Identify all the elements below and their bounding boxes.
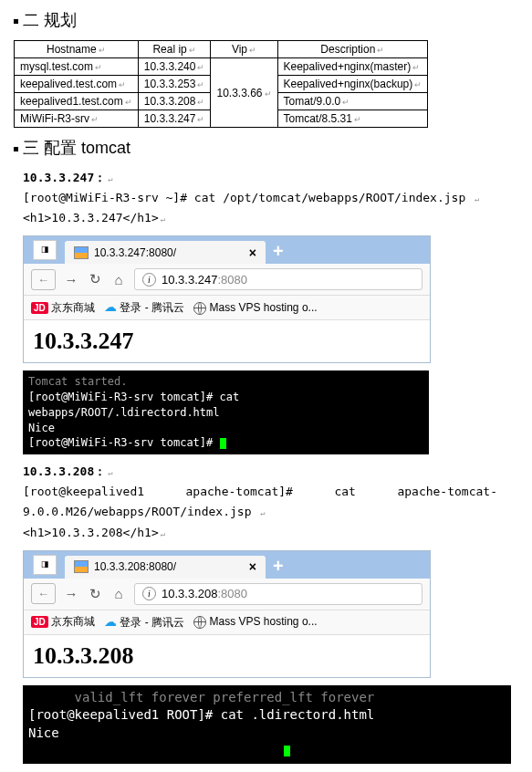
- cell-host: keepalived1.test.com↵: [15, 93, 139, 110]
- section-3-heading: 三 配置 tomcat: [14, 137, 525, 159]
- cell-real: 10.3.3.208↵: [138, 93, 211, 110]
- window-icon: ◨: [33, 555, 57, 575]
- forward-button[interactable]: →: [63, 586, 79, 601]
- url-bar[interactable]: i 10.3.3.247:8080: [134, 268, 422, 290]
- table-row: mysql.test.com↵ 10.3.3.240↵ 10.3.3.66↵ K…: [15, 58, 428, 76]
- bookmark-vps[interactable]: Mass VPS hosting o...: [193, 301, 317, 315]
- new-tab-button[interactable]: +: [266, 241, 291, 264]
- table-header-row: Hostname↵ Real ip↵ Vip↵ Description↵: [15, 41, 428, 58]
- cursor-icon: [220, 438, 226, 449]
- cell-desc: Keepalived+nginx(master)↵: [277, 58, 428, 76]
- bookmark-vps[interactable]: Mass VPS hosting o...: [193, 615, 317, 629]
- browser-208: ◨ 10.3.3.208:8080/ × + ← → ↻ ⌂ i 10.3.3.…: [23, 550, 431, 678]
- bookmark-row: JD 京东商城 ☁ 登录 - 腾讯云 Mass VPS hosting o...: [24, 296, 430, 320]
- cell-host: MiWiFi-R3-srv↵: [15, 110, 139, 128]
- close-icon[interactable]: ×: [249, 559, 256, 574]
- cell-real: 10.3.3.253↵: [138, 76, 211, 93]
- cell-desc: Tomcat/8.5.31↵: [277, 110, 428, 128]
- browser-247: ◨ 10.3.3.247:8080/ × + ← → ↻ ⌂ i 10.3.3.…: [23, 235, 431, 363]
- bookmark-jd[interactable]: JD 京东商城: [31, 614, 95, 630]
- forward-button[interactable]: →: [63, 272, 79, 287]
- bullet-icon: [14, 147, 18, 151]
- reload-button[interactable]: ↻: [87, 586, 103, 602]
- planning-table: Hostname↵ Real ip↵ Vip↵ Description↵ mys…: [14, 40, 428, 128]
- globe-icon: [193, 302, 206, 315]
- url-host: 10.3.3.208: [162, 587, 217, 600]
- ip-label-208: 10.3.3.208：: [23, 464, 106, 478]
- cell-vip: 10.3.3.66↵: [211, 58, 277, 128]
- th-desc: Description↵: [277, 41, 428, 58]
- terminal-247: Tomcat started. [root@MiWiFi-R3-srv tomc…: [23, 370, 429, 454]
- cell-real: 10.3.3.240↵: [138, 58, 211, 76]
- cell-host: mysql.test.com↵: [15, 58, 139, 76]
- th-hostname: Hostname↵: [15, 41, 139, 58]
- cmd-208-p4: apache-tomcat-: [397, 482, 497, 502]
- section-3-title: 三 配置 tomcat: [23, 139, 130, 157]
- back-button[interactable]: ←: [31, 583, 56, 604]
- url-port: :8080: [217, 587, 247, 600]
- section-2-title: 二 规划: [23, 11, 77, 29]
- cell-desc: Keepalived+nginx(backup)↵: [277, 76, 428, 93]
- url-port: :8080: [217, 273, 247, 287]
- terminal-line-dim: Tomcat started.: [28, 375, 127, 388]
- page-content-247: 10.3.3.247: [24, 320, 430, 362]
- browser-tab[interactable]: 10.3.3.208:8080/ ×: [65, 556, 266, 579]
- nav-row: ← → ↻ ⌂ i 10.3.3.208:8080: [24, 579, 430, 610]
- info-icon[interactable]: i: [142, 587, 156, 600]
- tabbar: ◨ 10.3.3.208:8080/ × +: [24, 551, 430, 579]
- planning-table-wrap: Hostname↵ Real ip↵ Vip↵ Description↵ mys…: [14, 40, 525, 128]
- cursor-icon: [284, 746, 290, 756]
- cmd-247: [root@MiWiFi-R3-srv ~]# cat /opt/tomcat/…: [23, 191, 465, 204]
- cmd-208-p3: cat: [334, 482, 355, 502]
- html-247: <h1>10.3.3.247</h1>: [23, 211, 159, 224]
- bookmark-tencent[interactable]: ☁ 登录 - 腾讯云: [104, 614, 184, 631]
- block-247-text: 10.3.3.247：↵ [root@MiWiFi-R3-srv ~]# cat…: [23, 168, 525, 228]
- favicon-icon: [74, 560, 89, 573]
- tab-title: 10.3.3.247:8080/: [94, 246, 244, 259]
- info-icon[interactable]: i: [142, 273, 156, 287]
- url-bar[interactable]: i 10.3.3.208:8080: [134, 583, 422, 605]
- home-button[interactable]: ⌂: [110, 272, 127, 287]
- globe-icon: [193, 616, 206, 629]
- terminal-208: valid_lft forever preferred_lft forever …: [23, 685, 511, 764]
- block-208-text: 10.3.3.208：↵ [root@keepalived1 apache-to…: [23, 462, 525, 542]
- cmd-208-p2: apache-tomcat]#: [186, 482, 293, 502]
- bookmark-jd[interactable]: JD 京东商城: [31, 300, 95, 316]
- window-icon: ◨: [33, 240, 57, 260]
- th-vip: Vip↵: [211, 41, 277, 58]
- favicon-icon: [74, 246, 89, 259]
- tabbar: ◨ 10.3.3.247:8080/ × +: [24, 236, 430, 264]
- cmd-208-p1: [root@keepalived1: [23, 482, 144, 502]
- tab-title: 10.3.3.208:8080/: [94, 560, 244, 573]
- page-content-208: 10.3.3.208: [24, 635, 430, 677]
- nav-row: ← → ↻ ⌂ i 10.3.3.247:8080: [24, 264, 430, 296]
- section-2-heading: 二 规划: [14, 9, 525, 31]
- url-host: 10.3.3.247: [162, 273, 217, 287]
- reload-button[interactable]: ↻: [87, 271, 103, 287]
- back-button[interactable]: ←: [31, 269, 56, 290]
- new-tab-button[interactable]: +: [266, 556, 291, 579]
- bookmark-tencent[interactable]: ☁ 登录 - 腾讯云: [104, 299, 184, 316]
- cmd-208-line2: 9.0.0.M26/webapps/ROOT/index.jsp: [23, 505, 251, 518]
- html-208: <h1>10.3.3.208</h1>: [23, 526, 159, 539]
- browser-tab[interactable]: 10.3.3.247:8080/ ×: [65, 241, 266, 264]
- cell-desc: Tomat/9.0.0↵: [277, 93, 428, 110]
- home-button[interactable]: ⌂: [110, 586, 127, 601]
- close-icon[interactable]: ×: [249, 245, 256, 260]
- bookmark-row: JD 京东商城 ☁ 登录 - 腾讯云 Mass VPS hosting o...: [24, 610, 430, 635]
- ip-label-247: 10.3.3.247：: [23, 171, 106, 184]
- th-realip: Real ip↵: [138, 41, 211, 58]
- bullet-icon: [14, 19, 18, 24]
- cell-real: 10.3.3.247↵: [138, 110, 211, 128]
- cell-host: keepalived.test.com↵: [15, 76, 139, 93]
